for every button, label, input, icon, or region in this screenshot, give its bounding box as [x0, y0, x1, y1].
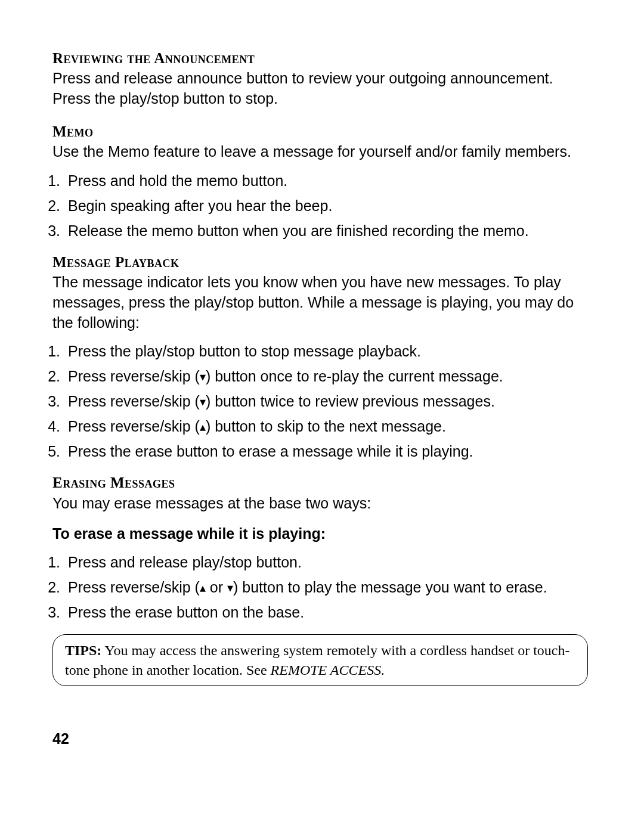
- tips-box: TIPS: You may access the answering syste…: [52, 634, 588, 686]
- section-memo: Memo Use the Memo feature to leave a mes…: [52, 122, 593, 241]
- step3-text-b: ) button twice to review previous messag…: [206, 393, 495, 410]
- step4-text-a: Press reverse/skip (: [68, 418, 200, 435]
- erase2-text-b: ) button to play the message you want to…: [233, 579, 547, 595]
- tips-label: TIPS:: [65, 643, 101, 658]
- up-arrow-icon: ▴: [200, 420, 206, 433]
- down-arrow-icon: ▾: [200, 395, 206, 408]
- step2-text-b: ) button once to re-play the current mes…: [206, 368, 503, 384]
- down-arrow-icon: ▾: [227, 581, 233, 594]
- body-memo: Use the Memo feature to leave a message …: [52, 142, 593, 162]
- heading-erasing: Erasing Messages: [52, 473, 593, 492]
- section-erasing-messages: Erasing Messages You may erase messages …: [52, 473, 593, 686]
- erase2-text-a: Press reverse/skip (: [68, 579, 200, 595]
- section-message-playback: Message Playback The message indicator l…: [52, 253, 593, 462]
- body-reviewing: Press and release announce button to rev…: [52, 69, 593, 109]
- section-reviewing-announcement: Reviewing the Announcement Press and rel…: [52, 49, 593, 109]
- erase2-text-mid: or: [206, 579, 227, 595]
- playback-step-4: Press reverse/skip (▴) button to skip to…: [64, 416, 593, 436]
- page-number: 42: [52, 730, 69, 747]
- playback-step-1: Press the play/stop button to stop messa…: [64, 341, 593, 361]
- down-arrow-icon: ▾: [200, 370, 206, 383]
- erase-steps: Press and release play/stop button. Pres…: [52, 552, 593, 622]
- memo-step-3: Release the memo button when you are fin…: [64, 221, 593, 241]
- playback-step-2: Press reverse/skip (▾) button once to re…: [64, 366, 593, 386]
- body-erasing: You may erase messages at the base two w…: [52, 494, 593, 514]
- playback-step-5: Press the erase button to erase a messag…: [64, 441, 593, 461]
- subheading-erase-playing: To erase a message while it is playing:: [52, 525, 593, 542]
- heading-memo: Memo: [52, 122, 593, 141]
- step2-text-a: Press reverse/skip (: [68, 368, 200, 384]
- tips-reference: REMOTE ACCESS.: [271, 662, 385, 678]
- erase-step-1: Press and release play/stop button.: [64, 552, 593, 572]
- memo-step-2: Begin speaking after you hear the beep.: [64, 196, 593, 216]
- step4-text-b: ) button to skip to the next message.: [206, 418, 446, 435]
- erase-step-3: Press the erase button on the base.: [64, 602, 593, 622]
- memo-steps: Press and hold the memo button. Begin sp…: [52, 170, 593, 241]
- erase-step-2: Press reverse/skip (▴ or ▾) button to pl…: [64, 577, 593, 597]
- playback-step-3: Press reverse/skip (▾) button twice to r…: [64, 391, 593, 411]
- body-playback: The message indicator lets you know when…: [52, 272, 593, 333]
- heading-reviewing: Reviewing the Announcement: [52, 49, 593, 67]
- playback-steps: Press the play/stop button to stop messa…: [52, 341, 593, 461]
- memo-step-1: Press and hold the memo button.: [64, 170, 593, 191]
- step3-text-a: Press reverse/skip (: [68, 393, 200, 410]
- heading-playback: Message Playback: [52, 253, 593, 271]
- up-arrow-icon: ▴: [200, 581, 206, 594]
